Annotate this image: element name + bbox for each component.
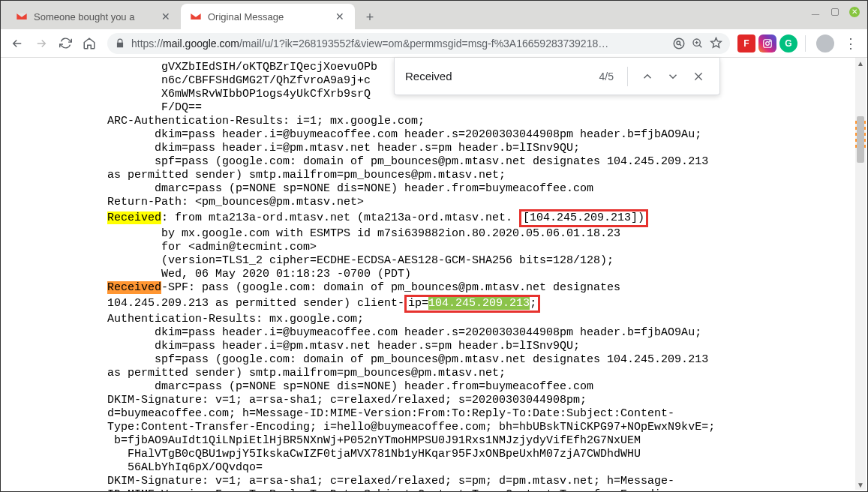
close-icon[interactable]: ✕	[160, 10, 172, 22]
forward-button[interactable]	[31, 33, 52, 54]
window-controls: _ ✕	[810, 7, 860, 17]
selection-highlight: 104.245.209.213	[428, 297, 530, 310]
star-icon[interactable]	[710, 37, 722, 50]
tab-title: Original Message	[208, 11, 328, 22]
address-bar[interactable]: https://mail.google.com/mail/u/1?ik=2681…	[107, 33, 730, 54]
close-icon[interactable]: ✕	[334, 10, 346, 22]
page-content: gVXZbIEdSIH/oKTQBZrIQecjXoevuOPb n6c/CBF…	[100, 58, 849, 491]
maximize-button[interactable]	[831, 8, 839, 16]
grammarly-extension-icon[interactable]: G	[779, 34, 797, 52]
scroll-up-arrow[interactable]: ▲	[855, 58, 866, 68]
find-next-button[interactable]	[662, 66, 683, 87]
new-tab-button[interactable]: +	[359, 7, 380, 28]
tab-active[interactable]: Original Message ✕	[181, 4, 355, 29]
lock-icon	[115, 38, 125, 49]
back-button[interactable]	[7, 33, 28, 54]
find-in-page-icon[interactable]	[672, 37, 686, 50]
find-input[interactable]: Received	[405, 70, 595, 82]
svg-point-0	[674, 38, 684, 49]
tab-title: Someone bought you a	[34, 11, 154, 22]
scroll-thumb[interactable]	[857, 116, 864, 163]
find-bar: Received 4/5	[394, 58, 720, 95]
profile-avatar[interactable]	[816, 34, 834, 52]
find-match-highlight: Received	[107, 212, 161, 224]
annotation-ip-box: ip=104.245.209.213;	[404, 295, 540, 313]
home-button[interactable]	[79, 33, 100, 54]
zoom-icon[interactable]	[692, 38, 704, 50]
svg-point-1	[677, 41, 680, 45]
browser-window: Someone bought you a ✕ Original Message …	[0, 0, 868, 492]
svg-point-4	[766, 41, 770, 45]
minimize-button[interactable]: _	[810, 4, 821, 14]
separator	[627, 67, 628, 86]
scroll-down-arrow[interactable]: ▼	[855, 479, 866, 490]
instagram-extension-icon[interactable]	[758, 34, 776, 52]
tab-strip: Someone bought you a ✕ Original Message …	[1, 1, 867, 29]
annotation-ip-box: [104.245.209.213])	[519, 209, 648, 227]
menu-button[interactable]: ⋮	[840, 35, 861, 52]
url-text: https://mail.google.com/mail/u/1?ik=2681…	[131, 38, 666, 50]
find-close-button[interactable]	[688, 66, 709, 87]
raw-headers: gVXZbIEdSIH/oKTQBZrIQecjXoevuOPb n6c/CBF…	[100, 58, 849, 491]
viewport: gVXZbIEdSIH/oKTQBZrIQecjXoevuOPb n6c/CBF…	[1, 58, 867, 491]
find-current-match-highlight: Received	[107, 281, 161, 294]
gmail-icon	[190, 10, 202, 22]
reload-button[interactable]	[55, 33, 76, 54]
toolbar: https://mail.google.com/mail/u/1?ik=2681…	[1, 29, 867, 58]
svg-point-5	[770, 40, 770, 41]
gmail-icon	[16, 10, 28, 22]
separator	[805, 35, 806, 52]
vertical-scrollbar[interactable]: ▲ ▼	[855, 58, 866, 490]
find-count: 4/5	[599, 70, 614, 82]
close-window-button[interactable]: ✕	[849, 7, 860, 17]
flipboard-extension-icon[interactable]: F	[737, 34, 755, 52]
tab-inactive[interactable]: Someone bought you a ✕	[7, 4, 181, 29]
find-prev-button[interactable]	[637, 66, 658, 87]
